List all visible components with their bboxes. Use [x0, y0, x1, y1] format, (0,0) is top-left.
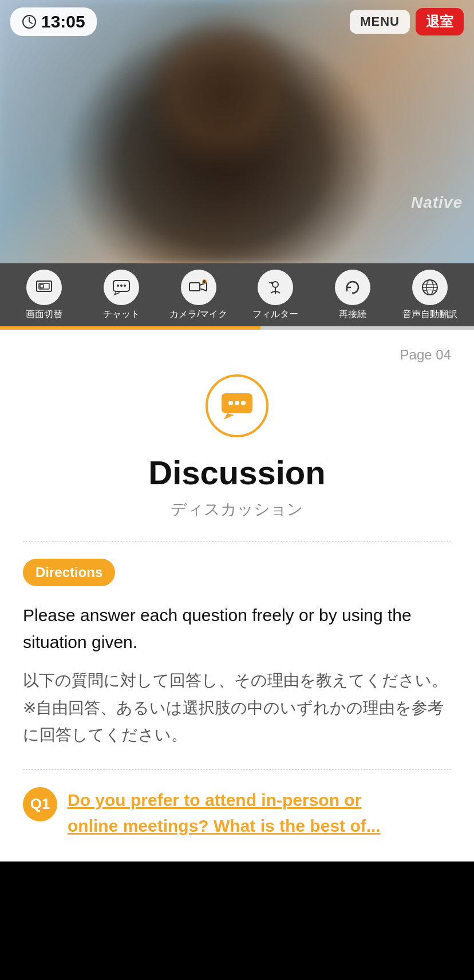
- discussion-title: Discussion: [23, 453, 451, 492]
- clock-icon: [22, 14, 37, 29]
- svg-point-7: [117, 284, 119, 287]
- svg-rect-12: [203, 280, 206, 283]
- svg-point-14: [271, 282, 273, 284]
- toolbar-item-chat[interactable]: チャット: [83, 270, 160, 321]
- reconnect-icon: [335, 270, 370, 305]
- progress-bar-container: [0, 326, 474, 330]
- top-right-buttons: MENU 退室: [350, 8, 464, 35]
- voice-translate-icon: [412, 270, 448, 305]
- toolbar: 画面切替 チャット カメラ/マイク: [0, 263, 474, 326]
- chat-icon: [104, 270, 139, 305]
- status-bar: 13:05 MENU 退室: [0, 0, 474, 43]
- filter-icon: [258, 270, 293, 305]
- svg-line-2: [29, 22, 32, 23]
- discussion-icon-circle: [206, 374, 268, 437]
- discussion-chat-icon: [219, 391, 255, 421]
- divider-2: [23, 769, 451, 770]
- filter-label: フィルター: [252, 309, 298, 321]
- time-badge: 13:05: [10, 7, 97, 36]
- svg-rect-10: [189, 283, 200, 291]
- q1-text: Do you prefer to attend in-person oronli…: [68, 787, 381, 839]
- chat-label: チャット: [103, 309, 140, 321]
- screen-switch-icon: [26, 270, 62, 305]
- toolbar-item-screen-switch[interactable]: 画面切替: [6, 270, 83, 321]
- directions-text-english: Please answer each question freely or by…: [23, 602, 451, 655]
- q1-row: Q1 Do you prefer to attend in-person oro…: [23, 787, 451, 839]
- svg-point-8: [120, 284, 123, 287]
- svg-point-19: [228, 401, 233, 405]
- video-area: 13:05 MENU 退室 Native: [0, 0, 474, 263]
- divider-1: [23, 541, 451, 542]
- page-number: Page 04: [23, 347, 451, 363]
- svg-point-13: [272, 282, 278, 287]
- toolbar-item-voice-translate[interactable]: 音声自動翻訳: [391, 270, 468, 321]
- svg-point-9: [124, 284, 126, 287]
- native-label: Native: [411, 193, 463, 212]
- reconnect-label: 再接続: [339, 309, 366, 321]
- svg-rect-5: [40, 284, 44, 288]
- toolbar-item-filter[interactable]: フィルター: [237, 270, 314, 321]
- directions-badge: Directions: [23, 559, 115, 586]
- camera-mic-label: カメラ/マイク: [169, 309, 227, 321]
- screen-switch-label: 画面切替: [26, 309, 62, 321]
- content-area: Page 04 Discussion ディスカッション Directions P…: [0, 330, 474, 862]
- current-time: 13:05: [41, 12, 85, 31]
- toolbar-item-reconnect[interactable]: 再接続: [314, 270, 392, 321]
- exit-button[interactable]: 退室: [416, 8, 464, 35]
- camera-mic-icon: [181, 270, 216, 305]
- progress-bar-fill: [0, 326, 260, 330]
- svg-point-20: [235, 401, 239, 405]
- discussion-icon-wrapper: [23, 374, 451, 437]
- directions-text-japanese: 以下の質問に対して回答し、その理由を教えてください。 ※自由回答、あるいは選択肢…: [23, 667, 451, 749]
- voice-translate-label: 音声自動翻訳: [402, 309, 457, 321]
- toolbar-item-camera-mic[interactable]: カメラ/マイク: [160, 270, 237, 321]
- discussion-subtitle: ディスカッション: [23, 499, 451, 520]
- menu-button[interactable]: MENU: [350, 10, 410, 34]
- q1-badge: Q1: [23, 787, 57, 821]
- svg-point-21: [241, 401, 246, 405]
